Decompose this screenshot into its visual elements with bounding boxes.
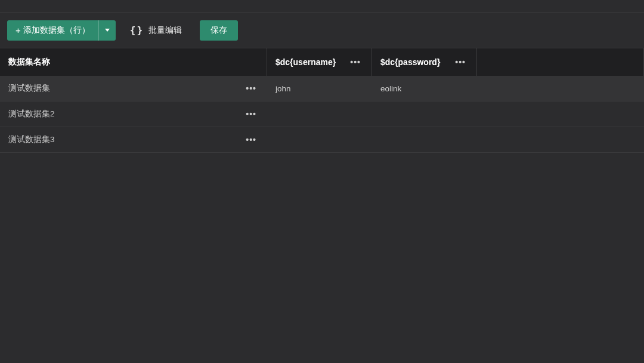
batch-edit-button[interactable]: {} 批量编辑 [123, 20, 189, 41]
table-row[interactable]: 测试数据集2 ••• [0, 101, 644, 127]
cell-spacer [477, 76, 644, 101]
caret-down-icon [105, 29, 110, 32]
dataset-name: 测试数据集3 [8, 134, 55, 145]
cell-spacer [477, 127, 644, 152]
table-header-row: 数据集名称 $dc{username} ••• $dc{password} ••… [0, 48, 644, 76]
cell-password[interactable] [372, 127, 477, 152]
cell-name[interactable]: 测试数据集2 ••• [0, 101, 267, 127]
header-username-more-icon[interactable]: ••• [348, 57, 363, 67]
table-row[interactable]: 测试数据集3 ••• [0, 127, 644, 153]
header-password-label: $dc{password} [380, 57, 440, 67]
cell-username[interactable]: john [267, 76, 372, 101]
cell-password[interactable]: eolink [372, 76, 477, 101]
plus-icon: + [16, 25, 21, 35]
header-password[interactable]: $dc{password} ••• [372, 48, 477, 76]
dataset-name: 测试数据集2 [8, 109, 55, 119]
row-more-icon[interactable]: ••• [243, 109, 259, 119]
table-body: 测试数据集 ••• john eolink 测试数据集2 ••• [0, 76, 644, 153]
braces-icon: {} [130, 24, 144, 36]
save-button[interactable]: 保存 [200, 20, 238, 41]
cell-username[interactable] [267, 101, 372, 127]
cell-username[interactable] [267, 127, 372, 152]
add-dataset-button-group: + 添加数据集（行） [7, 20, 116, 41]
dataset-table: 数据集名称 $dc{username} ••• $dc{password} ••… [0, 48, 644, 153]
toolbar: + 添加数据集（行） {} 批量编辑 保存 [0, 12, 644, 48]
username-value: john [275, 84, 291, 93]
cell-password[interactable] [372, 101, 477, 127]
cell-spacer [477, 101, 644, 127]
password-value: eolink [380, 84, 401, 93]
add-dataset-dropdown[interactable] [98, 20, 116, 41]
cell-name[interactable]: 测试数据集 ••• [0, 76, 267, 101]
batch-edit-label: 批量编辑 [148, 25, 182, 36]
save-label: 保存 [210, 25, 227, 35]
header-username-label: $dc{username} [275, 57, 336, 67]
row-more-icon[interactable]: ••• [243, 84, 259, 93]
header-name-label: 数据集名称 [8, 57, 50, 67]
header-spacer [477, 48, 644, 76]
add-dataset-button[interactable]: + 添加数据集（行） [7, 20, 98, 41]
cell-name[interactable]: 测试数据集3 ••• [0, 127, 267, 152]
header-name: 数据集名称 [0, 48, 267, 76]
add-dataset-label: 添加数据集（行） [23, 25, 90, 36]
row-more-icon[interactable]: ••• [243, 135, 259, 144]
header-username[interactable]: $dc{username} ••• [267, 48, 372, 76]
dataset-name: 测试数据集 [8, 83, 50, 94]
header-password-more-icon[interactable]: ••• [453, 57, 468, 67]
table-row[interactable]: 测试数据集 ••• john eolink [0, 76, 644, 101]
